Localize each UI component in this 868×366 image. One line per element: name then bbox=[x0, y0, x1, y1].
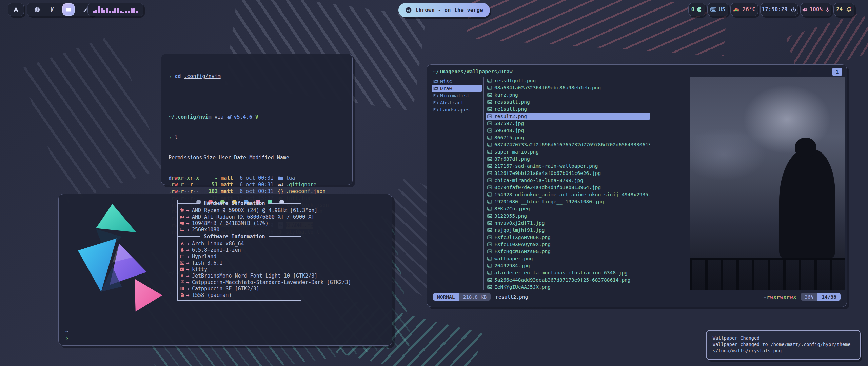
permissions: drwxr-xr-x bbox=[169, 175, 200, 181]
directory-item[interactable]: Minimalist bbox=[432, 92, 482, 99]
app-launcher-button[interactable] bbox=[8, 3, 24, 16]
keyboard-layout-module[interactable]: US bbox=[707, 3, 728, 16]
directory-item[interactable]: Abstract bbox=[432, 99, 482, 106]
media-player-widget[interactable]: thrown - on the verge bbox=[398, 3, 490, 17]
keyboard-icon bbox=[710, 6, 716, 13]
file-name: .gitignore bbox=[286, 181, 316, 188]
file-item[interactable]: 587597.jpg bbox=[486, 120, 650, 127]
file-size-badge: 218.8 KB bbox=[459, 293, 491, 301]
file-name: 3126f7e9bbf21a8a4af0b67b041c6e26.jpg bbox=[494, 170, 601, 176]
file-item[interactable]: wallpaper.png bbox=[486, 255, 650, 262]
folder-open-icon bbox=[433, 107, 438, 112]
image-file-icon bbox=[487, 178, 492, 183]
permissions: .rw-r--r-- bbox=[169, 181, 200, 188]
file-item[interactable]: 596848.jpg bbox=[486, 127, 650, 134]
file-item[interactable]: 866715.png bbox=[486, 134, 650, 141]
file-item[interactable]: 19201080-__blue-tinge__-1920×1080.jpg bbox=[486, 198, 650, 205]
weather-module[interactable]: 26°C bbox=[730, 3, 758, 16]
hardware-icon bbox=[178, 215, 186, 219]
file-row: drwxr-xr-x - matt 6 oct 00:31 lua bbox=[169, 175, 345, 181]
file-item[interactable]: 217167-sad-anime-rain-wallpaper.png bbox=[486, 162, 650, 169]
image-file-icon bbox=[487, 85, 492, 90]
fetch-value: 6.5.8-zen1-1-zen bbox=[192, 247, 241, 253]
arrow-icon: → bbox=[186, 227, 189, 233]
file-item[interactable]: re1sult.png bbox=[486, 105, 650, 113]
prompt-symbol: › bbox=[169, 73, 172, 80]
microphone-icon bbox=[825, 7, 830, 12]
software-icon bbox=[178, 241, 186, 246]
firefox-icon[interactable] bbox=[33, 5, 41, 14]
image-file-icon bbox=[487, 256, 492, 261]
arrow-icon: → bbox=[186, 253, 189, 260]
image-file-icon bbox=[487, 228, 492, 232]
file-item[interactable]: 0c794faf07de24a4db4d4fb1eb813964.jpg bbox=[486, 184, 650, 191]
fetch-value: Catppuccin-Macchiato-Standard-Lavender-D… bbox=[192, 279, 351, 285]
file-name: 08a634fa02a32364f69ebc86a98eb1eb.png bbox=[494, 85, 601, 90]
fetch-row: → AMD ATI Radeon RX 6800/6800 XT / 6900 … bbox=[178, 214, 301, 220]
file-item[interactable]: kurz.png bbox=[486, 91, 650, 98]
file-item[interactable]: 87r687df.png bbox=[486, 155, 650, 162]
image-file-icon bbox=[487, 114, 492, 119]
file-item[interactable]: 5a266e448add93deab367d87173e9f25-6837886… bbox=[486, 276, 650, 283]
file-name: result2.png bbox=[494, 114, 527, 119]
notifications-module[interactable]: 24 bbox=[833, 3, 854, 16]
file-item[interactable]: FXfcJlTXgAMvH6R.png bbox=[486, 233, 650, 241]
file-item[interactable]: chica-mirando-la-luna-8799.jpg bbox=[486, 177, 650, 184]
file-item[interactable]: 8FKa7Cu.jpeg bbox=[486, 205, 650, 212]
file-manager-icon[interactable] bbox=[62, 3, 75, 16]
fetch-shell-prompt[interactable]: ~ › bbox=[65, 328, 69, 341]
image-file-icon bbox=[487, 121, 492, 126]
fetch-row: → fish 3.6.1 bbox=[178, 260, 301, 266]
file-item[interactable]: FXfcHgcWIAMzs0G.png bbox=[486, 248, 650, 255]
arrow-icon: → bbox=[186, 266, 189, 272]
file-item[interactable]: resssult.png bbox=[486, 98, 650, 105]
arrow-icon: → bbox=[186, 220, 189, 226]
image-file-icon bbox=[487, 149, 492, 154]
fetch-row: → Hyprland bbox=[178, 253, 301, 260]
file-item[interactable]: rsjqojlmjhf91.jpg bbox=[486, 226, 650, 233]
command-argument: .config/nvim bbox=[184, 73, 220, 80]
file-name: 596848.jpg bbox=[494, 128, 524, 133]
file-item[interactable]: result2.png bbox=[486, 113, 650, 120]
file-name: 217167-sad-anime-rain-wallpaper.png bbox=[494, 163, 598, 169]
wallpaper-pink-shards bbox=[467, 0, 727, 56]
file-name: resssult.png bbox=[494, 99, 530, 105]
neovim-icon[interactable]: V bbox=[47, 5, 56, 14]
image-file-icon bbox=[487, 157, 492, 161]
directory-item[interactable]: Landscapes bbox=[432, 106, 482, 113]
file-item[interactable]: nnvuv0xj2df71.jpg bbox=[486, 219, 650, 226]
arrow-icon: → bbox=[186, 207, 189, 214]
file-item[interactable]: EeNKYgIUcAAJ5JX.png bbox=[486, 283, 650, 290]
file-item[interactable]: super-mario.png bbox=[486, 148, 650, 155]
arrow-icon: → bbox=[186, 273, 189, 279]
clock-module[interactable]: 17:50:29 bbox=[760, 3, 798, 16]
software-rows: → Arch Linux x86_64 → 6.5.8-zen1-1-zen →… bbox=[178, 240, 301, 298]
tab-indicator: 1 bbox=[832, 68, 842, 76]
file-item[interactable]: 154928-odinokoe_anime-art-anime-okno-sin… bbox=[486, 191, 650, 198]
file-item[interactable]: 3122955.png bbox=[486, 212, 650, 219]
file-name: rsjqojlmjhf91.jpg bbox=[494, 227, 545, 233]
file-name: ressdfgult.png bbox=[494, 78, 536, 83]
volume-module[interactable]: 100% bbox=[800, 3, 831, 16]
file-name: 0c794faf07de24a4db4d4fb1eb813964.jpg bbox=[494, 185, 601, 190]
audio-visualizer bbox=[87, 3, 143, 16]
file-permissions: -rwxrwxrwx bbox=[764, 294, 796, 300]
fetch-row: → Catppuccin-Macchiato-Standard-Lavender… bbox=[178, 279, 301, 285]
image-file-icon bbox=[487, 192, 492, 197]
file-item[interactable]: 08a634fa02a32364f69ebc86a98eb1eb.png bbox=[486, 84, 650, 91]
file-item[interactable]: FXfcII0X0AQyn9X.png bbox=[486, 241, 650, 248]
directory-item[interactable]: Draw bbox=[432, 85, 482, 92]
directory-name: Misc bbox=[440, 79, 452, 84]
updates-module[interactable]: 0 bbox=[688, 3, 705, 16]
file-item[interactable]: 68747470733a2f2f696d616765732d7769786d70… bbox=[486, 141, 650, 148]
preview-railing bbox=[690, 258, 845, 260]
arrow-icon: → bbox=[186, 279, 189, 285]
file-item[interactable]: atardecer-en-la-montanas-ilustracion-634… bbox=[486, 269, 650, 276]
file-name: 87r687df.png bbox=[494, 156, 530, 162]
file-item[interactable]: 3126f7e9bbf21a8a4af0b67b041c6e26.jpg bbox=[486, 169, 650, 177]
file-item[interactable]: 20492984.jpg bbox=[486, 262, 650, 269]
directory-item[interactable]: Misc bbox=[432, 78, 482, 85]
file-item[interactable]: ressdfgult.png bbox=[486, 77, 650, 84]
notification-popup[interactable]: Wallpaper Changed Wallpaper changed to /… bbox=[706, 330, 861, 360]
scroll-percent: 36% bbox=[801, 293, 817, 301]
